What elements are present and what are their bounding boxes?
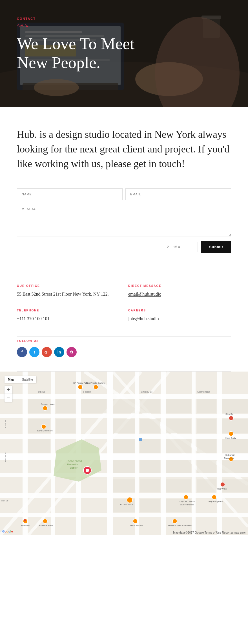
svg-rect-66 [166, 479, 191, 492]
svg-text:Europa Hostel: Europa Hostel [41, 403, 55, 405]
map-container[interactable]: Gene Friend Recreation Center [0, 372, 248, 535]
direct-email: email@hub.studio [128, 291, 231, 298]
svg-point-91 [212, 495, 216, 499]
hero-title: We Love To Meet New People. [17, 34, 163, 72]
contact-careers: CAREERS jobs@hub.studio [128, 309, 231, 322]
svg-rect-27 [51, 372, 55, 535]
svg-point-84 [78, 385, 83, 389]
svg-rect-54 [166, 399, 191, 413]
svg-text:Center: Center [70, 466, 78, 469]
svg-point-117 [86, 469, 89, 472]
contact-label: CONTACT [17, 17, 231, 20]
svg-point-86 [127, 497, 132, 503]
svg-rect-23 [0, 473, 248, 477]
svg-rect-48 [113, 399, 135, 413]
svg-text:Extreme Pizza: Extreme Pizza [39, 524, 54, 527]
hero-title-line1: We Love To Meet [17, 34, 134, 53]
svg-text:Russ St: Russ St [4, 420, 7, 428]
svg-rect-45 [56, 399, 76, 413]
careers-email-link[interactable]: jobs@hub.studio [128, 316, 159, 321]
svg-rect-49 [113, 419, 135, 433]
twitter-icon[interactable]: t [29, 347, 39, 357]
svg-point-88 [184, 495, 188, 499]
telephone-number: +111 370 100 101 [17, 315, 120, 322]
svg-rect-46 [56, 419, 76, 433]
svg-point-80 [43, 406, 47, 411]
svg-rect-70 [197, 479, 216, 492]
hero-title-line2: New People. [17, 53, 100, 72]
hero-content: CONTACT ∿∿∿ We Love To Meet New People. [0, 0, 248, 83]
careers-label: CAREERS [128, 309, 231, 312]
captcha-input[interactable] [184, 242, 198, 252]
svg-text:1015 Folsom: 1015 Folsom [120, 503, 133, 506]
contact-info-section: OUR OFFICE 55 East 52nd Street 21st Floo… [0, 270, 248, 336]
social-label: FOLLOW US [17, 339, 231, 342]
name-input[interactable] [17, 188, 123, 200]
wave-icon: ∿∿∿ [17, 23, 231, 29]
svg-rect-69 [197, 460, 216, 473]
svg-text:Deli Board: Deli Board [20, 524, 30, 527]
svg-rect-73 [222, 439, 248, 453]
svg-rect-63 [140, 479, 160, 492]
svg-rect-68 [197, 439, 216, 453]
careers-email: jobs@hub.studio [128, 315, 231, 322]
svg-text:City Life Church: City Life Church [179, 500, 195, 503]
svg-text:Clementina: Clementina [197, 390, 210, 393]
map-tab-satellite[interactable]: Satellite [19, 376, 36, 383]
svg-point-108 [24, 519, 26, 521]
svg-text:The Presto Gallery: The Presto Gallery [86, 382, 105, 384]
svg-text:Shipley St: Shipley St [141, 390, 152, 393]
form-top-row [17, 188, 231, 200]
svg-text:Folsom: Folsom [83, 390, 92, 393]
svg-rect-71 [222, 399, 248, 413]
map-tab-map[interactable]: Map [5, 376, 17, 383]
map-zoom-controls: + − [5, 386, 12, 402]
captcha-text: 2 + 15 = [167, 245, 180, 249]
svg-text:Extranom: Extranom [225, 454, 235, 456]
svg-text:Francisco: Francisco [224, 457, 234, 459]
map-zoom-in[interactable]: + [5, 386, 12, 394]
google-plus-icon[interactable]: g+ [42, 347, 52, 357]
instagram-icon[interactable]: ✿ [67, 347, 77, 357]
message-input[interactable] [17, 203, 231, 237]
svg-point-104 [229, 431, 233, 436]
map-svg: Gene Friend Recreation Center [0, 372, 248, 535]
facebook-icon[interactable]: f [17, 347, 27, 357]
svg-text:box SF: box SF [1, 499, 8, 502]
svg-text:Gene Friend: Gene Friend [68, 460, 82, 462]
svg-rect-51 [140, 399, 160, 413]
svg-rect-59 [140, 460, 160, 473]
svg-rect-58 [113, 460, 135, 473]
svg-rect-29 [107, 372, 113, 535]
svg-point-111 [94, 385, 98, 389]
svg-rect-32 [192, 372, 196, 535]
hero-section: CONTACT ∿∿∿ We Love To Meet New People. [0, 0, 248, 107]
map-attribution: Map data ©2017 Google Terms of Use Repor… [173, 531, 246, 534]
svg-rect-25 [0, 513, 248, 517]
svg-point-109 [43, 519, 47, 523]
direct-label: DIRECT MESSAGE [128, 284, 231, 287]
map-zoom-out[interactable]: − [5, 394, 12, 402]
svg-rect-75 [222, 479, 248, 492]
svg-text:Harriet St: Harriet St [4, 452, 7, 462]
svg-point-93 [229, 416, 233, 420]
svg-rect-118 [139, 438, 142, 441]
svg-point-95 [220, 482, 225, 487]
form-section: 2 + 15 = Submit [0, 188, 248, 270]
svg-rect-52 [140, 419, 160, 433]
email-input[interactable] [125, 188, 231, 200]
linkedin-icon[interactable]: in [54, 347, 64, 357]
svg-rect-61 [166, 460, 191, 473]
svg-rect-21 [0, 434, 248, 439]
svg-rect-47 [81, 399, 107, 413]
svg-rect-65 [140, 499, 160, 512]
svg-text:San Francisco: San Francisco [180, 503, 194, 506]
direct-email-link[interactable]: email@hub.studio [128, 292, 161, 297]
submit-button[interactable]: Submit [201, 241, 231, 253]
svg-rect-62 [113, 479, 135, 492]
svg-rect-31 [161, 372, 166, 535]
telephone-label: TELEPHONE [17, 309, 120, 312]
social-icons-row: f t g+ in ✿ [17, 347, 231, 357]
svg-rect-50 [113, 439, 135, 453]
svg-text:Robert's Tires & Wheels: Robert's Tires & Wheels [168, 524, 192, 527]
